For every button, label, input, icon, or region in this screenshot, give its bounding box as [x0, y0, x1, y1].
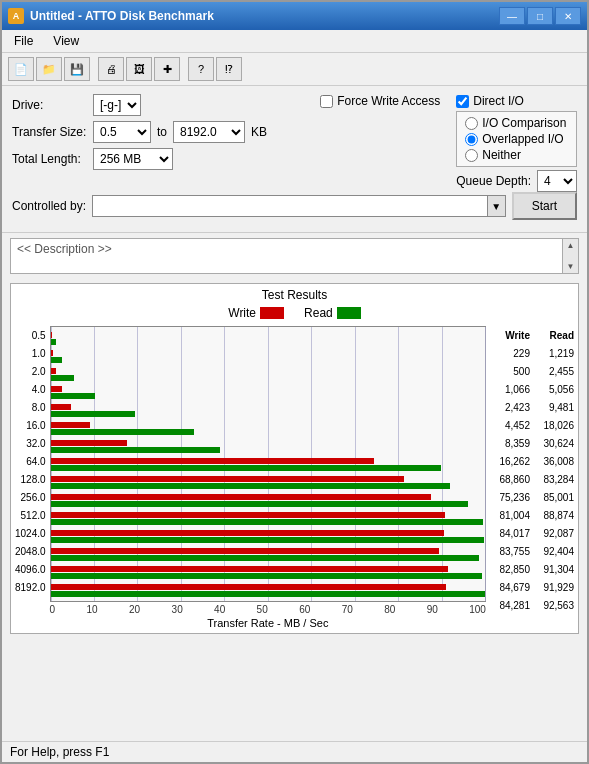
menu-file[interactable]: File	[10, 32, 37, 50]
bar-read	[51, 447, 220, 453]
val-rows: 2291,2195002,4551,0665,0562,4239,4814,45…	[492, 344, 574, 614]
x-axis-labels: 0102030405060708090100	[50, 602, 486, 615]
chart-y-labels: 0.51.02.04.08.016.032.064.0128.0256.0512…	[15, 326, 50, 596]
open-button[interactable]: 📁	[36, 57, 62, 81]
direct-io-checkbox[interactable]	[456, 95, 469, 108]
title-bar-left: A Untitled - ATTO Disk Benchmark	[8, 8, 214, 24]
overlapped-io-radio[interactable]	[465, 133, 478, 146]
y-label: 8192.0	[15, 578, 46, 596]
controlled-by-label: Controlled by:	[12, 199, 86, 213]
cross-button[interactable]: ✚	[154, 57, 180, 81]
start-button[interactable]: Start	[512, 192, 577, 220]
val-row: 81,00488,874	[492, 506, 574, 524]
right-controls: Force Write Access Direct I/O I/O Compar…	[320, 94, 577, 192]
bar-pair	[51, 419, 485, 437]
minimize-button[interactable]: —	[499, 7, 525, 25]
bar-read	[51, 519, 483, 525]
val-row: 2291,219	[492, 344, 574, 362]
help2-button[interactable]: ⁉	[216, 57, 242, 81]
grid-line	[485, 327, 486, 601]
neither-label: Neither	[482, 148, 521, 162]
total-length-select[interactable]: 256 MB	[93, 148, 173, 170]
controlled-by-row: Controlled by: ▼ Start	[12, 192, 577, 220]
menu-bar: File View	[2, 30, 587, 53]
bar-pair	[51, 527, 485, 545]
controlled-by-dropdown-btn[interactable]: ▼	[488, 195, 506, 217]
bar-write	[51, 332, 52, 338]
bar-write	[51, 494, 431, 500]
header-read: Read	[536, 330, 574, 341]
legend-write-color	[260, 307, 284, 319]
val-row: 84,28192,563	[492, 596, 574, 614]
bar-write	[51, 512, 445, 518]
y-label: 128.0	[21, 470, 46, 488]
maximize-button[interactable]: □	[527, 7, 553, 25]
val-row: 84,01792,087	[492, 524, 574, 542]
val-row: 68,86083,284	[492, 470, 574, 488]
bar-write	[51, 548, 440, 554]
x-label: 80	[384, 604, 395, 615]
x-label: 20	[129, 604, 140, 615]
x-label: 90	[427, 604, 438, 615]
neither-radio-label[interactable]: Neither	[465, 148, 568, 162]
val-read: 83,284	[536, 474, 574, 485]
val-read: 9,481	[536, 402, 574, 413]
bar-write	[51, 584, 447, 590]
bar-pair	[51, 473, 485, 491]
val-row: 1,0665,056	[492, 380, 574, 398]
queue-depth-select[interactable]: 4	[537, 170, 577, 192]
bar-write	[51, 350, 53, 356]
force-write-label: Force Write Access	[337, 94, 440, 108]
val-write: 229	[492, 348, 530, 359]
controlled-by-input[interactable]	[92, 195, 488, 217]
queue-depth-row: Queue Depth: 4	[456, 170, 577, 192]
bar-write	[51, 386, 62, 392]
bar-write	[51, 476, 404, 482]
print-button[interactable]: 🖨	[98, 57, 124, 81]
scroll-up-arrow[interactable]: ▲	[567, 241, 575, 250]
neither-radio[interactable]	[465, 149, 478, 162]
x-label: 60	[299, 604, 310, 615]
transfer-size-to-select[interactable]: 8192.0	[173, 121, 245, 143]
drive-select[interactable]: [-g-]	[93, 94, 141, 116]
menu-view[interactable]: View	[49, 32, 83, 50]
controls-two-col: Drive: [-g-] Transfer Size: 0.5 to 8192.…	[12, 94, 577, 192]
bar-read	[51, 501, 468, 507]
new-button[interactable]: 📄	[8, 57, 34, 81]
print-preview-button[interactable]: 🖼	[126, 57, 152, 81]
status-text: For Help, press F1	[10, 745, 109, 759]
direct-io-checkbox-label[interactable]: Direct I/O	[456, 94, 577, 108]
val-read: 36,008	[536, 456, 574, 467]
bar-pair	[51, 329, 485, 347]
force-write-checkbox-label[interactable]: Force Write Access	[320, 94, 440, 108]
bar-pair	[51, 347, 485, 365]
y-label: 256.0	[21, 488, 46, 506]
val-read: 5,056	[536, 384, 574, 395]
total-length-row: Total Length: 256 MB	[12, 148, 310, 170]
x-label: 40	[214, 604, 225, 615]
transfer-size-from-select[interactable]: 0.5	[93, 121, 151, 143]
val-read: 30,624	[536, 438, 574, 449]
scroll-down-arrow[interactable]: ▼	[567, 262, 575, 271]
io-comparison-radio[interactable]	[465, 117, 478, 130]
bar-pair	[51, 563, 485, 581]
help-button[interactable]: ?	[188, 57, 214, 81]
io-comparison-radio-label[interactable]: I/O Comparison	[465, 116, 568, 130]
bar-write	[51, 422, 90, 428]
val-read: 91,929	[536, 582, 574, 593]
val-write: 2,423	[492, 402, 530, 413]
y-label: 2.0	[32, 362, 46, 380]
transfer-size-unit: KB	[251, 125, 267, 139]
save-button[interactable]: 💾	[64, 57, 90, 81]
bar-read	[51, 357, 63, 363]
bar-pair	[51, 365, 485, 383]
y-label: 2048.0	[15, 542, 46, 560]
main-window: A Untitled - ATTO Disk Benchmark — □ ✕ F…	[0, 0, 589, 764]
close-button[interactable]: ✕	[555, 7, 581, 25]
description-text: << Description >>	[17, 242, 572, 256]
controls-area: Drive: [-g-] Transfer Size: 0.5 to 8192.…	[2, 86, 587, 233]
overlapped-io-radio-label[interactable]: Overlapped I/O	[465, 132, 568, 146]
bar-rows	[51, 327, 485, 601]
description-scrollbar[interactable]: ▲ ▼	[562, 239, 578, 273]
force-write-checkbox[interactable]	[320, 95, 333, 108]
